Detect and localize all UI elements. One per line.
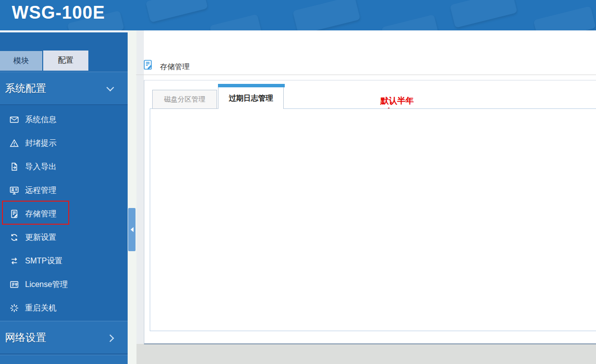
- sidebar-section-network-settings[interactable]: 网络设置: [0, 321, 128, 354]
- sidebar-item-import-export[interactable]: 导入导出: [0, 155, 128, 179]
- sidebar-top-divider: [0, 30, 128, 32]
- tab-label: 过期日志管理: [229, 94, 273, 103]
- sidebar-section-system-config[interactable]: 系统配置: [0, 72, 128, 105]
- sidebar-next-section: [0, 355, 128, 364]
- sidebar-item-restart-shutdown[interactable]: 重启关机: [0, 296, 128, 320]
- section-label: 网络设置: [5, 331, 46, 344]
- tab-label: 磁盘分区管理: [164, 95, 205, 104]
- refresh-icon: [9, 232, 20, 243]
- breadcrumb: 存储管理: [160, 62, 190, 72]
- power-icon: [9, 303, 20, 313]
- import-export-icon: [9, 161, 20, 172]
- sidebar-item-label: 远程管理: [25, 185, 56, 196]
- active-tab-accent-bar: [218, 84, 285, 87]
- main-panel: 磁盘分区管理 过期日志管理 本地日志管理 管理方式: 自动清理 180 天之前的…: [144, 80, 596, 344]
- sidebar-item-label: 系统信息: [25, 115, 56, 125]
- sidebar-item-label: 导入导出: [25, 162, 56, 172]
- keyboard-key-shape: [145, 0, 208, 23]
- envelope-icon: [9, 114, 20, 125]
- sidebar-gap-strip: [128, 30, 136, 364]
- storage-icon: [142, 58, 154, 73]
- sidebar-item-system-info[interactable]: 系统信息: [0, 108, 128, 131]
- license-icon: [9, 279, 20, 290]
- sidebar-gap-strip-2: [136, 30, 144, 364]
- keyboard-key-shape: [381, 14, 438, 30]
- sidebar-item-license-management[interactable]: License管理: [0, 273, 128, 296]
- storage-icon: [9, 208, 20, 219]
- sidebar: 模块 配置 系统配置 系统信息 封堵提示: [0, 30, 128, 364]
- tab-disk-partition-management[interactable]: 磁盘分区管理: [152, 90, 217, 109]
- sidebar-item-label: 重启关机: [25, 303, 56, 313]
- tab-content-box: [150, 108, 596, 331]
- sidebar-tab-modules[interactable]: 模块: [0, 51, 42, 71]
- sidebar-item-label: 封堵提示: [25, 138, 56, 149]
- sidebar-item-label: License管理: [25, 280, 68, 290]
- keyboard-key-shape: [293, 0, 360, 30]
- keyboard-key-shape: [533, 6, 596, 30]
- breadcrumb-divider: [136, 75, 596, 75]
- keyboard-key-shape: [450, 0, 517, 28]
- sidebar-item-smtp-settings[interactable]: SMTP设置: [0, 249, 128, 273]
- sidebar-item-storage-management[interactable]: 存储管理: [0, 202, 128, 226]
- app-logo: WSG-100E: [12, 2, 105, 23]
- chevron-down-icon: [107, 84, 114, 92]
- wsg-100e-admin-screen: WSG-100E 模块 配置 系统配置 系统信息 封堵: [0, 0, 596, 364]
- sidebar-item-label: SMTP设置: [25, 256, 62, 266]
- sidebar-item-update-settings[interactable]: 更新设置: [0, 226, 128, 249]
- sidebar-tab-config[interactable]: 配置: [43, 51, 88, 71]
- sidebar-item-label: 更新设置: [25, 233, 56, 243]
- warning-icon: [9, 138, 20, 149]
- tab-expired-log-management[interactable]: 过期日志管理: [218, 84, 284, 109]
- transfer-icon: [9, 256, 20, 266]
- sidebar-item-block-prompt[interactable]: 封堵提示: [0, 131, 128, 155]
- app-header: WSG-100E: [0, 0, 596, 30]
- content-footer-strip: [136, 344, 596, 364]
- sidebar-tab-label: 配置: [58, 55, 74, 66]
- chevron-right-icon: [107, 335, 114, 342]
- sidebar-item-label: 存储管理: [25, 209, 56, 219]
- keyboard-key-shape: [210, 14, 262, 30]
- sidebar-tab-label: 模块: [13, 56, 29, 66]
- section-label: 系统配置: [5, 81, 46, 95]
- sidebar-collapse-handle[interactable]: [128, 208, 135, 251]
- collapse-arrow-icon: [131, 227, 134, 232]
- sidebar-item-remote-management[interactable]: 远程管理: [0, 179, 128, 202]
- remote-desktop-icon: [9, 185, 20, 196]
